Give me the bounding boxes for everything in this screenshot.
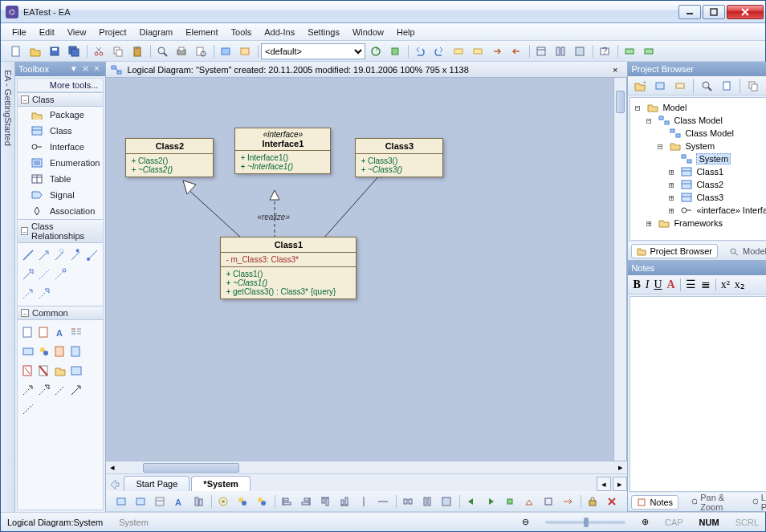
- tab-system[interactable]: *System: [191, 476, 250, 491]
- uml-class2[interactable]: Class2 + Class2() + ~Class2(): [125, 138, 214, 177]
- lt-nav-5[interactable]: [540, 493, 557, 510]
- uml-class3[interactable]: Class3 + Class3() + ~Class3(): [355, 138, 443, 177]
- rel-tool-1[interactable]: [21, 246, 35, 264]
- print-button[interactable]: [173, 43, 190, 60]
- view-btn-2[interactable]: [552, 43, 569, 60]
- pb-new-elem-button[interactable]: [671, 77, 689, 95]
- zoom-slider[interactable]: [545, 521, 625, 524]
- lt-btn-6[interactable]: [214, 493, 232, 510]
- common-tool-6[interactable]: [37, 343, 51, 360]
- lt-align-6[interactable]: [374, 493, 392, 510]
- view-btn-3[interactable]: [571, 43, 589, 60]
- rel-tool-3[interactable]: [53, 246, 67, 264]
- tree-class1[interactable]: Class1: [696, 167, 723, 177]
- nav-btn-2[interactable]: [469, 43, 487, 60]
- tab-start-page[interactable]: Start Page: [124, 476, 189, 491]
- pb-search-button[interactable]: [698, 77, 715, 95]
- more-tools-link[interactable]: More tools...: [18, 79, 103, 92]
- minimize-button[interactable]: [678, 5, 701, 19]
- canvas-hscroll[interactable]: ◂▸: [106, 461, 627, 473]
- toolbox-cat-relationships[interactable]: –Class Relationships: [18, 219, 103, 243]
- common-tool-11[interactable]: [53, 362, 67, 380]
- redo-button[interactable]: [430, 43, 448, 60]
- notes-list-ul-button[interactable]: ☰: [686, 278, 696, 291]
- save-all-button[interactable]: [65, 43, 83, 60]
- lt-btn-3[interactable]: [151, 493, 169, 510]
- lt-size-1[interactable]: [399, 493, 417, 510]
- paste-button[interactable]: [128, 43, 146, 60]
- common-tool-3[interactable]: A: [53, 323, 67, 341]
- common-tool-16[interactable]: [69, 381, 84, 399]
- tree-frameworks[interactable]: Frameworks: [674, 218, 723, 228]
- menu-project[interactable]: Project: [92, 26, 132, 39]
- rel-tool-9[interactable]: [21, 285, 35, 303]
- tool-package[interactable]: Package: [18, 107, 103, 123]
- common-tool-5[interactable]: [21, 343, 35, 360]
- menu-settings[interactable]: Settings: [301, 26, 346, 39]
- nav-btn-4[interactable]: [507, 43, 525, 60]
- combo-go-button[interactable]: [386, 43, 404, 60]
- uml-interface1[interactable]: «interface» Interface1 + Interface1() + …: [234, 128, 331, 174]
- toolbox-cat-class[interactable]: –Class: [18, 92, 103, 107]
- tree-system-pkg[interactable]: System: [685, 141, 715, 151]
- lt-size-2[interactable]: [418, 493, 436, 510]
- notes-list-ol-button[interactable]: ≣: [701, 278, 711, 291]
- notes-editor[interactable]: [630, 296, 766, 492]
- menu-file[interactable]: File: [6, 26, 33, 39]
- rel-tool-6[interactable]: [21, 266, 35, 283]
- menu-help[interactable]: Help: [390, 26, 422, 39]
- menu-window[interactable]: Window: [346, 26, 390, 39]
- menu-edit[interactable]: Edit: [33, 26, 61, 39]
- pb-tab-model-views[interactable]: Model Views: [724, 244, 766, 258]
- view-btn-1[interactable]: [532, 43, 550, 60]
- pb-copy-button[interactable]: [744, 77, 762, 95]
- rel-tool-5[interactable]: [85, 246, 100, 264]
- lt-nav-4[interactable]: [520, 493, 538, 510]
- common-tool-9[interactable]: [21, 362, 35, 380]
- print-preview-button[interactable]: [192, 43, 210, 60]
- tree-class3[interactable]: Class3: [696, 193, 723, 202]
- open-button[interactable]: [26, 43, 44, 60]
- menu-addins[interactable]: Add-Ins: [258, 26, 301, 39]
- lt-btn-7[interactable]: [234, 493, 251, 510]
- tool-signal[interactable]: Signal: [18, 187, 103, 203]
- default-combo[interactable]: <default>: [261, 43, 365, 59]
- lt-align-2[interactable]: [297, 493, 315, 510]
- save-button[interactable]: [46, 43, 63, 60]
- zoom-in-button[interactable]: ⊕: [642, 517, 649, 527]
- toolbox-close-icon[interactable]: ×: [91, 63, 102, 75]
- ext-btn-1[interactable]: [621, 43, 638, 60]
- tool-interface[interactable]: Interface: [18, 139, 103, 155]
- new-button[interactable]: [7, 43, 25, 60]
- nav-btn-3[interactable]: [488, 43, 506, 60]
- lt-align-5[interactable]: [355, 493, 373, 510]
- notes-bold-button[interactable]: B: [633, 278, 640, 291]
- toolbox-pin-icon[interactable]: ⤫: [79, 63, 91, 75]
- tool-class[interactable]: Class: [18, 123, 103, 139]
- notes-color-button[interactable]: A: [667, 278, 675, 291]
- common-tool-4[interactable]: [69, 323, 84, 341]
- common-tool-12[interactable]: [69, 362, 84, 380]
- tree-class-model-diag[interactable]: Class Model: [685, 128, 734, 138]
- common-tool-8[interactable]: [69, 343, 84, 360]
- lt-align-4[interactable]: [336, 493, 353, 510]
- common-tool-7[interactable]: [53, 343, 67, 360]
- lt-nav-3[interactable]: [501, 493, 519, 510]
- lt-nav-6[interactable]: [559, 493, 577, 510]
- pb-new-diag-button[interactable]: [651, 77, 669, 95]
- tab-nav-right[interactable]: ▸: [613, 477, 627, 491]
- tool-association[interactable]: Association: [18, 203, 103, 219]
- notes-tab-notes[interactable]: Notes: [631, 495, 678, 510]
- notes-tab-pan-zoom[interactable]: Pan & Zoom: [685, 490, 739, 514]
- toolbox-cat-common[interactable]: –Common: [18, 306, 103, 320]
- canvas-vscroll[interactable]: [613, 78, 626, 461]
- copy-button[interactable]: [109, 43, 127, 60]
- lt-align-3[interactable]: [316, 493, 334, 510]
- rel-tool-10[interactable]: [37, 285, 51, 303]
- combo-refresh-button[interactable]: [367, 43, 385, 60]
- help-button[interactable]: ?: [596, 43, 613, 60]
- common-tool-13[interactable]: [21, 381, 35, 399]
- tool-table[interactable]: Table: [18, 171, 103, 187]
- common-tool-2[interactable]: [37, 323, 51, 341]
- pb-tab-project-browser[interactable]: Project Browser: [631, 244, 718, 258]
